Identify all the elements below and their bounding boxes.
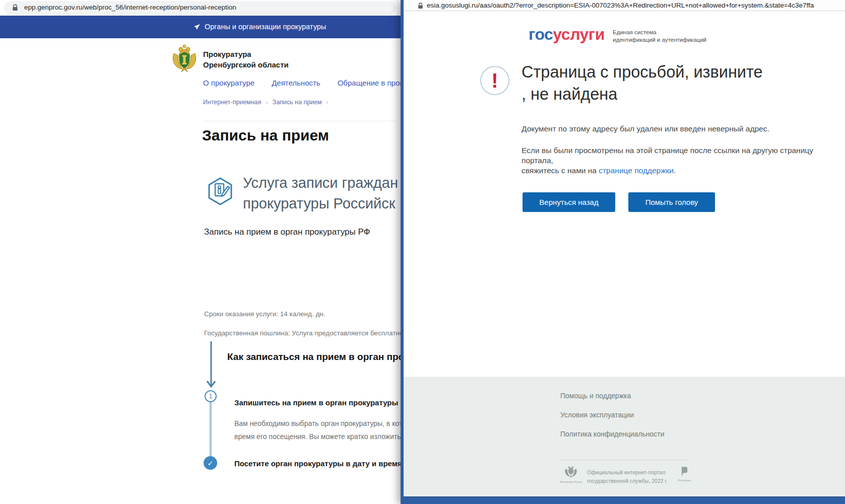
chevron-right-icon: › — [327, 99, 329, 106]
breadcrumb-item-appointment[interactable]: Запись на прием — [273, 99, 322, 106]
prosecutor-emblem-icon — [170, 43, 199, 75]
lock-icon — [418, 2, 423, 11]
howto-heading: Как записаться на прием в орган прок — [227, 351, 402, 363]
footer-link-privacy[interactable]: Политика конфиденциальности — [560, 430, 665, 438]
nav-item-activity[interactable]: Деятельность — [272, 79, 320, 87]
navigate-icon — [193, 23, 201, 33]
rostelecom-caption: Ростелеком — [676, 479, 693, 482]
footer: Помощь и поддержка Условия эксплуатации … — [404, 377, 845, 496]
chevron-right-icon: › — [266, 99, 268, 106]
esia-tagline-line2: идентификаций и аутентификаций — [613, 36, 706, 44]
error-paragraph-2-line3: свяжитесь с нами на странице поддержки. — [522, 166, 813, 176]
breadcrumb-item-reception[interactable]: Интернет-приемная — [203, 99, 262, 106]
step-1-body-line1: Вам необходимо выбрать орган прокуратуры… — [234, 417, 402, 430]
ministry-caption: Минкомсвязь России — [560, 481, 582, 483]
step-1-body: Вам необходимо выбрать орган прокуратуры… — [234, 417, 402, 443]
portal-caption-line2: государственной службы, 2022 г. — [587, 477, 668, 485]
service-description-line2: прокуратуры Российск — [243, 193, 398, 214]
banner-link[interactable]: Органы и организации прокуратуры — [205, 23, 326, 31]
address-bar[interactable]: epp.genproc.gov.ru/web/proc_56/internet-… — [4, 1, 396, 14]
prosecutor-site-window: epp.genproc.gov.ru/web/proc_56/internet-… — [0, 0, 402, 504]
esia-error-window: esia.gosuslugi.ru/aas/oauth2/?error_desc… — [401, 0, 845, 504]
top-banner: Органы и организации прокуратуры — [0, 16, 402, 38]
page-title: Запись на прием — [202, 127, 329, 144]
step-1-marker: 1 — [205, 390, 217, 402]
footer-link-terms[interactable]: Условия эксплуатации — [560, 411, 634, 419]
appointment-service-icon — [206, 176, 235, 208]
org-title-line1: Прокуратура — [203, 49, 289, 59]
step-1-body-line2: время его посещения. Вы можете кратко из… — [234, 430, 402, 443]
footer-link-help[interactable]: Помощь и поддержка — [560, 392, 631, 400]
error-paragraph-2-line2: портала, — [522, 156, 813, 166]
error-title-line1: Страница с просьбой, извините — [522, 61, 763, 83]
nav-item-appeal[interactable]: Обращение в прокуратуру — [338, 79, 402, 87]
error-title: Страница с просьбой, извините , не найде… — [522, 61, 763, 105]
service-description-line1: Услуга записи граждан — [243, 173, 398, 193]
nav-item-about[interactable]: О прокуратуре — [203, 79, 254, 87]
error-paragraph-1: Документ по этому адресу был удален или … — [522, 124, 769, 133]
window-bottom-frame — [404, 496, 845, 504]
portal-caption: Официальный интернет-портал государствен… — [587, 468, 668, 485]
breadcrumb: Интернет-приемная › Запись на прием › — [203, 99, 329, 106]
esia-tagline-line1: Единая система — [613, 29, 706, 36]
wash-head-button[interactable]: Помыть голову — [628, 192, 715, 212]
step-1-title: Запишитесь на прием в орган прокуратуры — [234, 398, 398, 407]
error-paragraph-2: Если вы были просмотрены на этой страниц… — [522, 146, 813, 176]
esia-tagline: Единая система идентификаций и аутентифи… — [613, 29, 706, 44]
step-connector — [210, 401, 212, 460]
divider — [203, 121, 397, 121]
lock-icon — [12, 4, 18, 13]
ministry-emblem-icon: Минкомсвязь России — [560, 465, 582, 483]
support-page-link[interactable]: странице поддержки — [599, 166, 674, 175]
main-nav: О прокуратуре Деятельность Обращение в п… — [203, 79, 402, 87]
rostelecom-logo-icon: Ростелеком — [676, 466, 693, 482]
error-exclamation-icon: ! — [480, 66, 509, 95]
error-title-line2: , не найдена — [522, 83, 763, 105]
service-duration: Сроки оказания услуги: 14 календ. дн. — [204, 310, 326, 318]
org-title-line2: Оренбургской области — [203, 59, 289, 70]
error-paragraph-2-line1: Если вы были просмотрены на этой страниц… — [522, 146, 813, 156]
go-back-button[interactable]: Вернуться назад — [523, 192, 615, 212]
service-subtitle: Запись на прием в орган прокуратуры РФ — [204, 227, 370, 237]
url-text[interactable]: epp.genproc.gov.ru/web/proc_56/internet-… — [24, 4, 236, 11]
check-icon: ✓ — [204, 456, 217, 470]
gosuslugi-logo-blue: гос — [529, 25, 553, 43]
service-description: Услуга записи граждан прокуратуры Россий… — [243, 173, 398, 214]
portal-caption-line1: Официальный интернет-портал — [587, 468, 668, 477]
address-bar-row: epp.genproc.gov.ru/web/proc_56/internet-… — [0, 0, 402, 16]
gosuslugi-logo-red: услуги — [553, 25, 605, 43]
gosuslugi-logo: госуслуги — [529, 25, 605, 44]
footer-divider — [560, 460, 688, 460]
step-2-title: Посетите орган прокуратуры в дату и врем… — [234, 459, 402, 468]
down-arrow-icon — [204, 340, 219, 392]
service-fee: Государственная пошлина: Услуга предоста… — [204, 329, 402, 337]
url-text[interactable]: esia.gosuslugi.ru/aas/oauth2/?error_desc… — [427, 2, 845, 9]
org-title: Прокуратура Оренбургской области — [203, 49, 289, 70]
address-bar-row: esia.gosuslugi.ru/aas/oauth2/?error_desc… — [404, 0, 845, 11]
